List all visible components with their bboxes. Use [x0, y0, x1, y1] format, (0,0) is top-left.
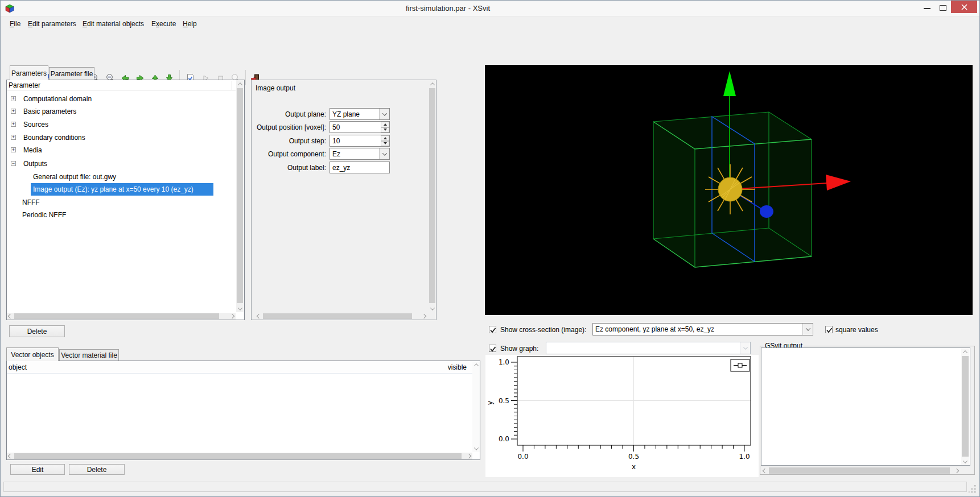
- gsvit-output-textarea[interactable]: [761, 347, 970, 466]
- field-value: ez_yz: [332, 164, 350, 172]
- app-icon: [5, 4, 14, 13]
- svg-text:1.0: 1.0: [739, 453, 750, 461]
- vector-vscrollbar[interactable]: [472, 361, 480, 452]
- toolbar-separator: [245, 70, 246, 85]
- spin-up-icon: [381, 122, 389, 127]
- scroll-down-icon: [963, 458, 967, 463]
- menu-edit-parameters[interactable]: Edit parameters: [28, 20, 76, 30]
- expand-icon[interactable]: +: [11, 122, 16, 127]
- button-label: Delete: [27, 328, 47, 336]
- editor-vscrollbar[interactable]: [429, 80, 436, 312]
- chevron-down-icon: [740, 342, 750, 354]
- tree-item[interactable]: Periodic NFFF: [7, 209, 236, 221]
- svg-text:0.0: 0.0: [517, 453, 528, 461]
- column-divider: [232, 81, 232, 90]
- output-plane-combo[interactable]: YZ plane: [330, 108, 390, 120]
- expand-icon[interactable]: +: [11, 96, 16, 101]
- expand-icon[interactable]: +: [11, 109, 16, 114]
- scroll-right-icon: [230, 314, 234, 318]
- field-label: Output component:: [252, 150, 326, 158]
- app-window: first-simulation.par - XSvit FileEdit pa…: [0, 0, 980, 497]
- field-value: 10: [332, 137, 340, 145]
- output-step-spin[interactable]: 10: [330, 135, 390, 147]
- svg-text:0.0: 0.0: [499, 435, 509, 443]
- field-label: Output position [voxel]:: [252, 123, 326, 131]
- delete-parameter-button[interactable]: Delete: [9, 325, 65, 337]
- delete-vector-object-button[interactable]: Delete: [69, 464, 125, 475]
- tree-item[interactable]: +Media: [7, 144, 236, 156]
- vector-table-header[interactable]: object visible: [7, 361, 480, 374]
- svg-text:0.5: 0.5: [628, 453, 639, 461]
- graph-widget[interactable]: 0.00.51.00.00.51.0yx: [485, 355, 759, 477]
- graph-combo[interactable]: [546, 342, 751, 354]
- chevron-down-icon: [379, 148, 389, 159]
- svg-text:1.0: 1.0: [499, 358, 509, 366]
- spin-up-icon: [381, 135, 389, 141]
- tree-item[interactable]: General output file: out.gwy: [7, 171, 236, 183]
- column-visible: visible: [427, 363, 467, 371]
- spinner-arrows[interactable]: [381, 135, 389, 146]
- show-graph-label: Show graph:: [500, 345, 538, 353]
- tree-item[interactable]: −Outputs: [7, 158, 236, 170]
- show-cross-section-checkbox[interactable]: [489, 326, 496, 333]
- cross-section-combo[interactable]: Ez component, yz plane at x=50, ez_yz: [592, 323, 813, 336]
- edit-vector-object-button[interactable]: Edit: [10, 464, 65, 475]
- menu-help[interactable]: Help: [183, 20, 197, 30]
- resize-grip-icon[interactable]: [969, 484, 977, 493]
- scroll-left-icon: [257, 314, 261, 318]
- tree-column-header[interactable]: Parameter: [7, 80, 236, 90]
- tab-parameter-file[interactable]: Parameter file: [49, 67, 94, 80]
- vector-hscrollbar[interactable]: [7, 453, 472, 459]
- tree-item-label: General output file: out.gwy: [33, 173, 116, 181]
- tree-item[interactable]: Image output (Ez): yz plane at x=50 ever…: [7, 183, 236, 196]
- scene-3d-view[interactable]: [485, 65, 973, 315]
- menu-edit-material-objects[interactable]: Edit material objects: [83, 20, 144, 30]
- scroll-left-icon: [762, 468, 767, 473]
- gsvit-vscrollbar[interactable]: [961, 348, 969, 465]
- tree-item[interactable]: +Basic parameters: [7, 105, 236, 118]
- collapse-icon[interactable]: −: [11, 161, 16, 166]
- maximize-icon[interactable]: [940, 5, 946, 11]
- show-graph-checkbox[interactable]: [489, 345, 496, 352]
- editor-hscrollbar[interactable]: [256, 313, 427, 320]
- tree-item[interactable]: NFFF: [7, 196, 236, 209]
- tab-label: Parameter file: [51, 70, 93, 78]
- editor-title: Image output: [256, 84, 295, 92]
- tree-item[interactable]: +Sources: [7, 118, 236, 131]
- spinner-arrows[interactable]: [381, 122, 389, 132]
- spin-down-icon: [381, 141, 389, 147]
- menu-file[interactable]: File: [10, 20, 20, 30]
- expand-icon[interactable]: +: [11, 147, 16, 152]
- close-button[interactable]: [951, 1, 977, 13]
- tree-item-label: Image output (Ez): yz plane at x=50 ever…: [33, 185, 193, 193]
- tree-item-label: Sources: [23, 121, 48, 129]
- tree-hscrollbar[interactable]: [7, 313, 236, 320]
- minimize-icon[interactable]: [924, 8, 930, 9]
- scroll-left-icon: [8, 314, 13, 318]
- z-axis-arrow: [760, 205, 773, 218]
- tab-parameters[interactable]: Parameters: [10, 65, 48, 80]
- title-bar: first-simulation.par - XSvit: [1, 1, 979, 16]
- square-values-checkbox[interactable]: [825, 326, 833, 333]
- tab-vector-objects[interactable]: Vector objects: [6, 347, 59, 361]
- tree-item-label: Basic parameters: [23, 107, 76, 115]
- tree-item[interactable]: +Boundary conditions: [7, 131, 236, 144]
- tree-vscrollbar[interactable]: [236, 80, 244, 312]
- field-label: Output label:: [252, 164, 326, 172]
- gsvit-hscrollbar[interactable]: [761, 467, 960, 474]
- scroll-up-icon: [963, 350, 967, 355]
- spin-down-icon: [381, 127, 389, 133]
- expand-icon[interactable]: +: [11, 135, 16, 140]
- scroll-down-icon: [430, 305, 434, 310]
- menu-execute[interactable]: Execute: [151, 20, 176, 30]
- output-position-voxel-spin[interactable]: 50: [330, 121, 390, 133]
- chevron-down-icon: [802, 324, 813, 335]
- field-value: 50: [332, 123, 340, 131]
- column-object: object: [9, 363, 27, 371]
- output-label-input[interactable]: ez_yz: [330, 161, 390, 173]
- tab-vector-material-file[interactable]: Vector material file: [59, 349, 119, 361]
- window-title: first-simulation.par - XSvit: [342, 4, 554, 13]
- scroll-right-icon: [422, 314, 426, 318]
- tree-item[interactable]: +Computational domain: [7, 93, 236, 105]
- output-component-combo[interactable]: Ez: [330, 148, 390, 160]
